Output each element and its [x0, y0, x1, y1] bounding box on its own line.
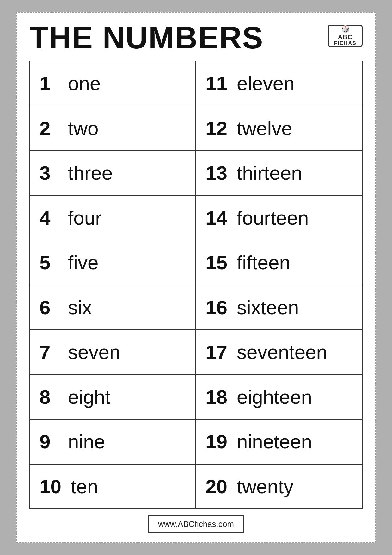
word-eleven: eleven — [237, 72, 295, 95]
website-footer: www.ABCfichas.com — [148, 515, 244, 533]
number-2: 2 — [40, 117, 58, 140]
cell-left-9: 9nine — [30, 420, 196, 464]
word-twelve: twelve — [237, 117, 292, 140]
cell-left-8: 8eight — [30, 375, 196, 419]
number-4: 4 — [40, 207, 58, 229]
number-6: 6 — [40, 296, 58, 319]
word-ten: ten — [71, 475, 98, 498]
word-five: five — [68, 251, 98, 274]
cell-left-5: 5five — [30, 240, 196, 285]
cell-right-1: 11eleven — [196, 61, 362, 106]
cell-left-1: 1one — [30, 61, 196, 106]
number-17: 17 — [205, 341, 227, 363]
logo-badge: 🎲 ABC FICHAS — [328, 25, 363, 47]
number-3: 3 — [40, 162, 58, 184]
word-eighteen: eighteen — [237, 386, 312, 408]
word-sixteen: sixteen — [237, 296, 299, 319]
table-row: 6six16sixteen — [30, 285, 362, 330]
number-19: 19 — [205, 430, 227, 453]
cell-left-4: 4four — [30, 196, 196, 240]
number-15: 15 — [205, 251, 227, 274]
cell-left-6: 6six — [30, 285, 196, 330]
number-8: 8 — [40, 386, 58, 408]
table-row: 8eight18eighteen — [30, 375, 362, 420]
word-four: four — [68, 207, 102, 229]
logo-abc-text: ABC — [338, 34, 352, 41]
page: THE NUMBERS 🎲 ABC FICHAS 1one11eleven2tw… — [16, 12, 376, 543]
word-one: one — [68, 72, 101, 95]
number-1: 1 — [40, 72, 58, 95]
number-14: 14 — [205, 207, 227, 229]
cell-right-4: 14fourteen — [196, 196, 362, 240]
word-nineteen: nineteen — [237, 430, 312, 453]
word-twenty: twenty — [237, 475, 293, 498]
cell-right-8: 18eighteen — [196, 375, 362, 419]
number-16: 16 — [205, 296, 227, 319]
number-5: 5 — [40, 251, 58, 274]
cell-right-9: 19nineteen — [196, 420, 362, 464]
page-title: THE NUMBERS — [29, 22, 264, 53]
table-row: 5five15fifteen — [30, 240, 362, 285]
number-20: 20 — [205, 475, 227, 498]
table-row: 9nine19nineteen — [30, 420, 362, 465]
cell-right-5: 15fifteen — [196, 240, 362, 285]
cell-right-2: 12twelve — [196, 106, 362, 151]
word-seven: seven — [68, 341, 120, 363]
number-12: 12 — [205, 117, 227, 140]
cell-left-3: 3three — [30, 151, 196, 195]
cell-left-2: 2two — [30, 106, 196, 151]
number-13: 13 — [205, 162, 227, 184]
cell-right-10: 20twenty — [196, 465, 362, 509]
table-row: 10ten20twenty — [30, 465, 362, 509]
word-two: two — [68, 117, 98, 140]
word-thirteen: thirteen — [237, 162, 302, 184]
word-nine: nine — [68, 430, 105, 453]
number-10: 10 — [40, 475, 61, 498]
logo-fichas-text: FICHAS — [334, 41, 357, 46]
logo-cube-icon: 🎲 — [341, 25, 350, 33]
word-six: six — [68, 296, 92, 319]
table-row: 1one11eleven — [30, 61, 362, 106]
cell-right-6: 16sixteen — [196, 285, 362, 330]
table-row: 3three13thirteen — [30, 151, 362, 196]
word-fourteen: fourteen — [237, 207, 309, 229]
number-9: 9 — [40, 430, 58, 453]
number-11: 11 — [205, 72, 227, 95]
table-row: 4four14fourteen — [30, 196, 362, 241]
table-row: 2two12twelve — [30, 106, 362, 151]
number-7: 7 — [40, 341, 58, 363]
word-seventeen: seventeen — [237, 341, 327, 363]
table-row: 7seven17seventeen — [30, 330, 362, 375]
word-fifteen: fifteen — [237, 251, 290, 274]
cell-right-7: 17seventeen — [196, 330, 362, 374]
header: THE NUMBERS 🎲 ABC FICHAS — [29, 22, 363, 53]
word-eight: eight — [68, 386, 110, 408]
numbers-table: 1one11eleven2two12twelve3three13thirteen… — [29, 61, 363, 509]
cell-left-7: 7seven — [30, 330, 196, 374]
cell-left-10: 10ten — [30, 465, 196, 509]
word-three: three — [68, 162, 113, 184]
cell-right-3: 13thirteen — [196, 151, 362, 195]
number-18: 18 — [205, 386, 227, 408]
